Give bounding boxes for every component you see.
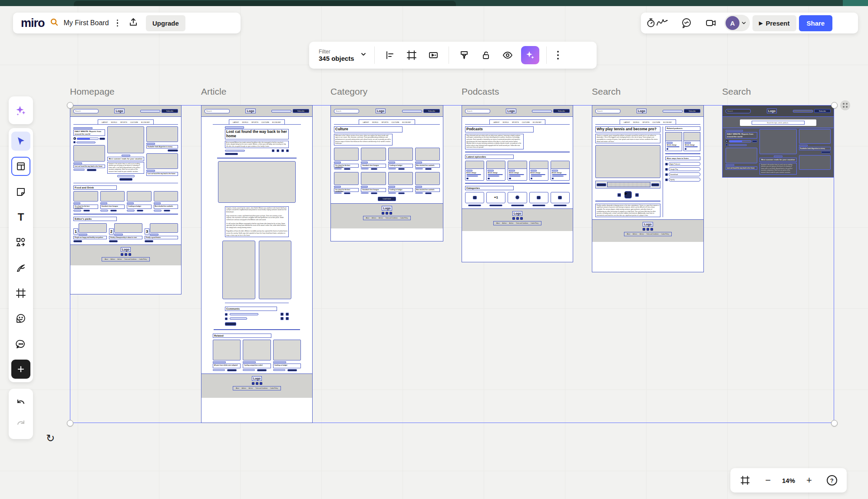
transform-icon[interactable] bbox=[401, 46, 422, 65]
board-title[interactable]: My First Board bbox=[64, 19, 109, 27]
frame-label-podcasts[interactable]: Podcasts bbox=[462, 86, 499, 97]
category-nature-icon bbox=[558, 196, 562, 199]
sticky-note-tool[interactable] bbox=[11, 182, 30, 202]
pen-tool[interactable] bbox=[11, 258, 30, 278]
selection-handle-top-right[interactable] bbox=[831, 102, 838, 109]
pick-number: 3 bbox=[145, 228, 149, 235]
selection-context-grip[interactable] bbox=[840, 100, 850, 110]
redo-button[interactable] bbox=[11, 415, 30, 434]
category-smiley-icon bbox=[515, 195, 519, 199]
skip-back-button bbox=[617, 193, 621, 197]
frame-homepage[interactable]: Search Logo Subscribe LATESTWORLDSPORTSC… bbox=[70, 105, 182, 294]
story-title: Footballer leads Argentina to victory bbox=[799, 147, 831, 150]
board-canvas[interactable]: Homepage Article Category Podcasts Searc… bbox=[0, 6, 868, 499]
search-modal: Search for topic, article, podcast... bbox=[740, 119, 816, 126]
episode-headline: Why play tennis and become pro? bbox=[595, 126, 660, 132]
story-excerpt: Summer's the perfect time to catch up on… bbox=[759, 163, 796, 175]
related-card-title: Cycling competition ended bbox=[243, 364, 271, 368]
sidebar-history bbox=[9, 389, 33, 439]
pick-number: 1 bbox=[73, 228, 78, 235]
add-more-tools-button[interactable] bbox=[11, 360, 30, 379]
story-excerpt: Summer's the perfect time to catch up on… bbox=[107, 162, 144, 174]
section-heading: Food and Drink bbox=[73, 185, 117, 190]
homepage-left-column: DAILY MINUTE: Reports from around the wo… bbox=[73, 126, 105, 181]
listen-option: Apple Podcasts bbox=[669, 162, 700, 166]
frame-search-overlay[interactable]: Search Logo Subscribe Search for topic, … bbox=[722, 105, 834, 178]
paintbrush-icon[interactable] bbox=[453, 46, 475, 65]
share-button[interactable]: Share bbox=[799, 15, 833, 31]
frame-label-search-2[interactable]: Search bbox=[722, 86, 751, 97]
video-call-icon[interactable] bbox=[700, 13, 722, 33]
skip-forward-button bbox=[635, 193, 639, 197]
ai-sparkle-icon[interactable] bbox=[11, 101, 30, 120]
templates-tool[interactable] bbox=[11, 157, 30, 176]
media-player-icon[interactable] bbox=[422, 46, 444, 65]
sticker-tool[interactable] bbox=[11, 309, 30, 328]
shapes-tool[interactable] bbox=[11, 233, 30, 252]
card-caption: Cooking on budget bbox=[127, 205, 152, 209]
board-menu-icon[interactable] bbox=[114, 17, 121, 30]
zoom-level[interactable]: 14% bbox=[782, 477, 795, 484]
browser-strip bbox=[0, 0, 868, 6]
article-intro: A cat named Mittens has made national he… bbox=[225, 141, 289, 149]
selection-handle-bottom-right[interactable] bbox=[831, 420, 838, 426]
frame-label-search[interactable]: Search bbox=[592, 86, 621, 97]
wireframe-header: Search Logo Subscribe bbox=[70, 106, 181, 117]
episode-sidebar: Related podcasts Article change Article … bbox=[665, 126, 700, 217]
wf-play-icon: ▶ bbox=[73, 137, 76, 140]
frame-podcasts[interactable]: Search Logo Subscribe LATESTWORLDSPORTSC… bbox=[462, 105, 573, 262]
selection-handle-top-left[interactable] bbox=[67, 102, 73, 109]
wf-logo: Logo bbox=[245, 109, 255, 113]
undo-button[interactable] bbox=[11, 394, 30, 413]
chevron-down-icon[interactable] bbox=[357, 51, 370, 59]
select-tool[interactable] bbox=[11, 132, 30, 151]
search-icon[interactable] bbox=[50, 18, 59, 28]
ai-sparkle-button[interactable] bbox=[521, 46, 539, 64]
help-button[interactable]: ? bbox=[823, 472, 841, 489]
latest-episodes-heading: Latest episodes bbox=[465, 155, 514, 159]
frame-article[interactable]: Search Logo Subscribe LATESTWORLDSPORTSC… bbox=[201, 105, 313, 423]
avatar-menu[interactable]: A bbox=[724, 15, 750, 31]
toolbar-more-icon[interactable] bbox=[551, 47, 565, 63]
episode-card-title: Article change bbox=[685, 144, 699, 146]
frame-label-article[interactable]: Article bbox=[201, 86, 226, 97]
wf-nav: LATESTWORLDSPORTSCULTUREECONOMY bbox=[229, 119, 285, 125]
export-icon[interactable] bbox=[126, 17, 141, 29]
reactions-icon[interactable] bbox=[676, 13, 697, 33]
present-button[interactable]: ▶ Present bbox=[752, 15, 796, 31]
filter-dropdown[interactable]: Filter 345 objects bbox=[314, 49, 357, 62]
card-caption: On a hunt for the best sandwiches bbox=[334, 188, 359, 192]
frame-label-category[interactable]: Category bbox=[330, 86, 367, 97]
frame-category[interactable]: Search Logo Subscribe LATESTWORLDSPORTSC… bbox=[330, 105, 443, 241]
upgrade-button[interactable]: Upgrade bbox=[146, 15, 185, 31]
audio-waveform bbox=[607, 182, 650, 187]
timer-facilitation-icon[interactable] bbox=[644, 13, 673, 33]
related-heading: Related bbox=[213, 334, 271, 338]
fit-to-screen-icon[interactable] bbox=[736, 472, 754, 489]
comment-tool[interactable] bbox=[11, 334, 30, 354]
zoom-in-button[interactable]: + bbox=[800, 472, 818, 489]
align-icon[interactable] bbox=[379, 46, 401, 65]
miro-logo[interactable]: miro bbox=[21, 17, 45, 30]
story-title: Best summer reads for your vacation bbox=[107, 157, 144, 161]
frame-label-homepage[interactable]: Homepage bbox=[70, 86, 115, 97]
sidebar-tools: T bbox=[9, 128, 33, 382]
rotate-handle-icon[interactable]: ↻ bbox=[46, 433, 55, 443]
social-icons bbox=[643, 228, 653, 231]
wf-footer: Logo AboutAuthorsArchiveTerms and Condit… bbox=[201, 373, 312, 398]
card-caption: Grandma's best lasagna bbox=[361, 164, 386, 168]
eye-icon[interactable] bbox=[497, 46, 518, 65]
load-more-button: Load more bbox=[378, 197, 396, 201]
frame-tool[interactable] bbox=[11, 284, 30, 303]
selection-handle-bottom-left[interactable] bbox=[67, 420, 73, 426]
unlock-icon[interactable] bbox=[475, 46, 497, 65]
board-toolbar: Filter 345 objects bbox=[309, 42, 597, 69]
episode-title: Article change bbox=[531, 172, 547, 174]
frame-search-episode[interactable]: Search Logo Subscribe LATESTWORLDSPORTSC… bbox=[592, 105, 704, 272]
story-title: Footballer leads Argentina to victory bbox=[146, 145, 178, 149]
browser-tab bbox=[74, 1, 456, 6]
wf-footer: Logo AboutAuthorsArchiveTerms and Condit… bbox=[70, 245, 181, 265]
wf-subscribe-button: Subscribe bbox=[162, 109, 178, 113]
zoom-out-button[interactable]: − bbox=[759, 472, 777, 489]
text-tool[interactable]: T bbox=[11, 208, 30, 227]
